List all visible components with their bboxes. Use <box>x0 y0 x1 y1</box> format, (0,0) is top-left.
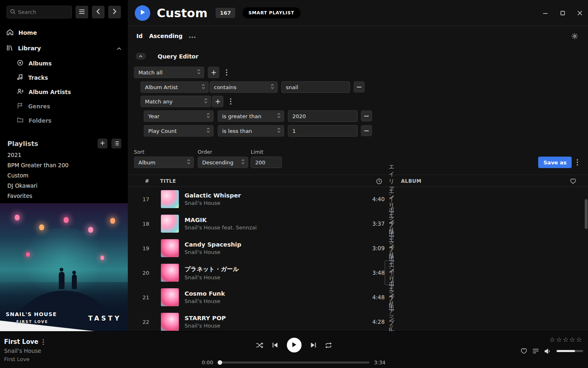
shuffle-button[interactable] <box>256 342 264 348</box>
sidebar-item-genres[interactable]: Genres <box>0 99 128 113</box>
queue-button[interactable] <box>532 348 539 354</box>
favorite-heart-icon[interactable] <box>570 175 576 187</box>
menu-button[interactable] <box>76 6 88 18</box>
sidebar-item-album-artists[interactable]: Album Artists <box>0 85 128 99</box>
now-playing-album[interactable]: First Love <box>4 356 29 362</box>
sidebar-toolbar <box>0 0 128 24</box>
save-menu-icon[interactable] <box>574 157 581 168</box>
now-playing-artwork[interactable]: SNAIL'S HOUSE FIRST LOVE TASTY <box>0 203 128 331</box>
volume-slider[interactable] <box>557 350 583 352</box>
sort-field[interactable]: Id <box>136 33 143 39</box>
table-row[interactable]: 18 MAGIK Snail’s House feat. Sennzai 3:3… <box>128 211 588 236</box>
remove-rule3-button[interactable] <box>361 125 372 136</box>
rule3-field-select[interactable]: Play Count <box>144 125 214 137</box>
chevron-right-icon <box>113 9 116 16</box>
track-artist[interactable]: Snail’s House <box>185 298 362 304</box>
rule2-value-input[interactable] <box>288 110 358 122</box>
add-rule-button[interactable] <box>208 67 219 78</box>
playlist-item[interactable]: 2021 <box>0 150 128 160</box>
sidebar-item-albums[interactable]: Albums <box>0 56 128 70</box>
now-playing-title[interactable]: First Love <box>4 338 38 346</box>
rule2-field-select[interactable]: Year <box>144 110 214 122</box>
minimize-button[interactable] <box>543 11 548 16</box>
track-artist[interactable]: Snail’s House <box>185 249 362 255</box>
add-group-rule-button[interactable] <box>212 96 223 107</box>
sidebar-item-home[interactable]: Home <box>0 25 128 40</box>
search-box[interactable] <box>7 6 72 18</box>
nav-forward-button[interactable] <box>108 6 121 18</box>
limit-input[interactable] <box>251 157 282 168</box>
sort-direction[interactable]: Ascending <box>149 33 183 39</box>
volume-icon[interactable] <box>544 348 551 354</box>
table-row[interactable]: 20 プラネット・ガール Snail’s House 3:48 エイリアン☆ポッ… <box>128 260 588 285</box>
search-input[interactable] <box>18 9 63 15</box>
track-album-cell[interactable]: エイリアン☆ポップ II <box>385 310 394 331</box>
sidebar-item-folders[interactable]: Folders <box>0 113 128 128</box>
remove-rule2-button[interactable] <box>361 110 372 121</box>
playlist-item[interactable]: Favorites <box>0 191 128 201</box>
playlist-list-button[interactable] <box>111 139 121 148</box>
settings-gear-icon[interactable] <box>571 33 578 41</box>
playlist-header: Custom 167 SMART PLAYLIST <box>128 0 588 26</box>
sort-select[interactable]: Album <box>134 157 194 168</box>
star-icon[interactable]: ☆ <box>569 337 575 343</box>
player-bar: First Love Snail’s House First Love <box>0 331 588 368</box>
root-match-select[interactable]: Match all <box>134 67 204 78</box>
repeat-button[interactable] <box>325 342 332 348</box>
previous-button[interactable] <box>272 342 278 348</box>
rule1-operator-select[interactable]: contains <box>209 81 278 93</box>
table-row[interactable]: 21 Cosmo Funk Snail’s House 4:48 エイリアン☆ポ… <box>128 285 588 310</box>
play-pause-button[interactable] <box>287 338 302 352</box>
star-icon[interactable]: ☆ <box>556 337 562 343</box>
rule3-operator-select[interactable]: is less than <box>218 125 284 137</box>
rule-group-menu-icon[interactable] <box>223 67 230 78</box>
chevron-up-icon[interactable] <box>117 45 121 52</box>
select-caret-icon <box>277 128 281 134</box>
close-button[interactable] <box>577 11 582 16</box>
maximize-button[interactable] <box>560 11 565 16</box>
favorite-button[interactable] <box>521 348 527 354</box>
star-icon[interactable]: ☆ <box>576 337 582 343</box>
sidebar-item-tracks[interactable]: Tracks <box>0 70 128 85</box>
remove-rule1-button[interactable] <box>354 81 365 92</box>
table-row[interactable]: 22 STARRY POP Snail’s House 4:28 エイリアン☆ポ… <box>128 310 588 331</box>
playlist-item[interactable]: DJ Okawari <box>0 180 128 191</box>
star-icon[interactable]: ☆ <box>563 337 568 343</box>
sort-summary-row: Id Ascending <box>136 32 196 40</box>
group-match-select[interactable]: Match any <box>140 96 211 107</box>
duration-clock-icon[interactable] <box>376 175 382 187</box>
seek-thumb[interactable] <box>218 360 222 365</box>
track-artist[interactable]: Snail’s House <box>185 323 362 329</box>
playlist-item[interactable]: BPM Greater than 200 <box>0 160 128 170</box>
more-options-icon[interactable] <box>189 32 196 40</box>
rule2-operator-select[interactable]: is greater than <box>218 110 284 122</box>
rule1-value-input[interactable] <box>281 81 350 93</box>
now-playing-artist[interactable]: Snail’s House <box>4 348 41 354</box>
rule3-value-input[interactable] <box>288 125 358 137</box>
order-select[interactable]: Descending <box>198 157 248 168</box>
track-artist[interactable]: Snail’s House <box>185 274 362 280</box>
scrollbar-thumb[interactable] <box>585 199 588 229</box>
track-menu-icon[interactable] <box>42 339 44 345</box>
column-album[interactable]: ALBUM <box>401 175 421 187</box>
play-playlist-button[interactable] <box>135 5 150 21</box>
rule1-field-select[interactable]: Album Artist <box>140 81 209 93</box>
track-artist[interactable]: Snail’s House feat. Sennzai <box>185 224 362 231</box>
group-menu-icon[interactable] <box>227 96 234 107</box>
seek-bar[interactable] <box>218 361 370 364</box>
query-editor-collapse-button[interactable] <box>136 53 146 60</box>
star-icon[interactable]: ☆ <box>549 337 555 343</box>
sidebar-item-library[interactable]: Library <box>0 40 128 56</box>
table-row[interactable]: 17 Galactic Whisper Snail’s House 4:40 エ… <box>128 187 588 211</box>
track-artist[interactable]: Snail’s House <box>185 200 362 206</box>
nav-back-button[interactable] <box>92 6 105 18</box>
home-icon <box>7 29 13 37</box>
playlist-item[interactable]: Custom <box>0 170 128 180</box>
column-index[interactable]: # <box>145 175 149 187</box>
add-playlist-button[interactable] <box>98 139 107 148</box>
save-as-button[interactable]: Save as <box>538 157 572 168</box>
next-button[interactable] <box>310 342 316 348</box>
track-duration: 3:09 <box>362 245 385 251</box>
table-row[interactable]: 19 Candy Spaceship Snail’s House 3:09 エイ… <box>128 236 588 260</box>
column-title[interactable]: TITLE <box>160 175 176 187</box>
